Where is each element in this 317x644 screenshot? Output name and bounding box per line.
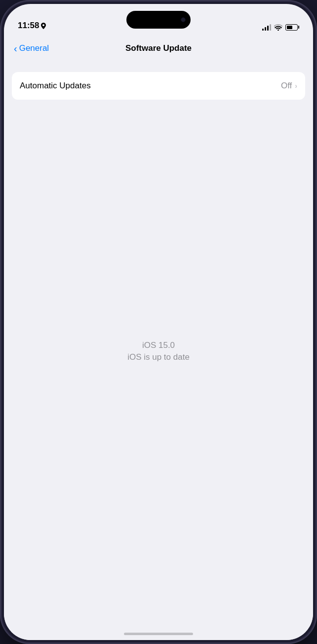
- battery-tip: [298, 26, 299, 29]
- ios-uptodate-label: iOS is up to date: [4, 352, 313, 362]
- automatic-updates-value: Off ›: [281, 81, 297, 91]
- ios-version-label: iOS 15.0: [4, 341, 313, 350]
- automatic-updates-row[interactable]: Automatic Updates Off ›: [12, 72, 305, 100]
- back-button[interactable]: ‹ General: [14, 43, 49, 53]
- list-section: Automatic Updates Off ›: [12, 72, 305, 100]
- chevron-right-icon: ›: [295, 82, 297, 90]
- wifi-icon: [274, 24, 282, 31]
- nav-title: Software Update: [125, 43, 192, 53]
- signal-bar-1: [262, 29, 264, 31]
- back-chevron-icon: ‹: [14, 43, 17, 53]
- battery-fill: [287, 26, 292, 29]
- automatic-updates-label: Automatic Updates: [20, 81, 91, 91]
- signal-bar-2: [265, 27, 266, 31]
- back-label: General: [19, 43, 49, 53]
- location-icon: [41, 23, 46, 29]
- screen: 11:58: [4, 4, 313, 640]
- dynamic-island: [126, 11, 191, 29]
- phone-frame: 11:58: [0, 0, 317, 644]
- ios-status-area: iOS 15.0 iOS is up to date: [4, 341, 313, 362]
- time-label: 11:58: [18, 21, 39, 31]
- signal-bar-3: [267, 26, 269, 31]
- nav-bar: ‹ General Software Update: [4, 35, 313, 62]
- signal-bar-4: [270, 24, 271, 31]
- camera-dot: [181, 17, 186, 22]
- status-time: 11:58: [18, 21, 46, 31]
- home-indicator[interactable]: [124, 633, 193, 635]
- battery-indicator: [285, 24, 299, 31]
- status-icons: [262, 24, 299, 31]
- battery-body: [285, 24, 298, 31]
- automatic-updates-status: Off: [281, 81, 292, 91]
- content-area: Automatic Updates Off › iOS 15.0 iOS is …: [4, 62, 313, 640]
- signal-bars: [262, 24, 271, 31]
